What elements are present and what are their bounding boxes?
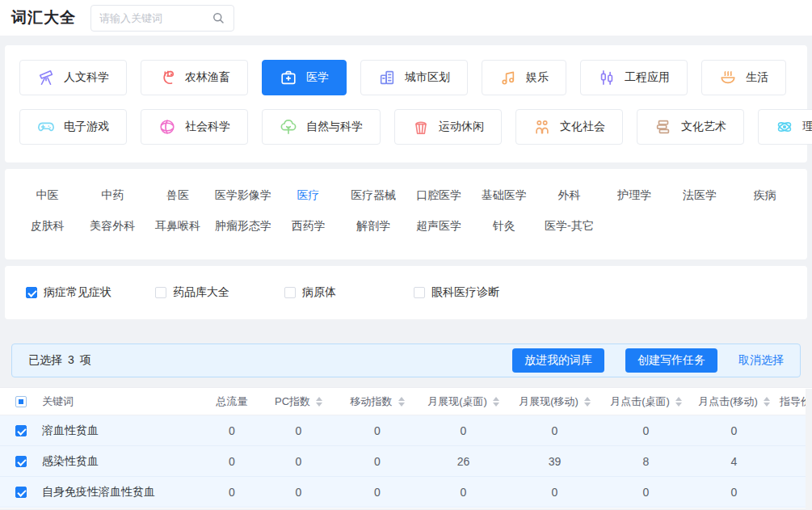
value-cell: 0: [692, 424, 776, 437]
subcategory-link[interactable]: 西药学: [276, 211, 341, 242]
category-button[interactable]: 城市区划: [360, 60, 468, 95]
category-label: 工程应用: [625, 70, 670, 85]
value-cell: 0: [204, 486, 260, 499]
search-box[interactable]: [90, 5, 234, 32]
subcategory-link[interactable]: 基础医学: [471, 180, 536, 211]
category-label: 医学: [306, 70, 329, 85]
subcategory-link[interactable]: 皮肤科: [15, 211, 80, 242]
bowl-icon: [719, 69, 737, 86]
category-button[interactable]: 社会科学: [141, 109, 248, 145]
filter-label: 眼科医疗诊断: [431, 285, 499, 300]
column-header[interactable]: 月展现(移动): [509, 394, 600, 409]
category-label: 生活: [746, 70, 768, 85]
value-cell: 8: [600, 455, 692, 468]
top-bar: 词汇大全: [0, 0, 812, 36]
subcategory-link[interactable]: 医疗: [276, 180, 341, 211]
subcategory-link[interactable]: 耳鼻喉科: [145, 211, 211, 242]
filter-checkbox[interactable]: [414, 287, 425, 298]
subcategory-link[interactable]: 口腔医学: [406, 180, 472, 211]
filter-checkbox[interactable]: [155, 287, 166, 298]
category-button[interactable]: 文化艺术: [637, 109, 744, 145]
sort-caret-icon[interactable]: [398, 397, 405, 407]
subcategory-link[interactable]: 外科: [536, 180, 602, 211]
category-label: 自然与科学: [306, 120, 363, 134]
page-title: 词汇大全: [11, 7, 76, 28]
category-button[interactable]: 生活: [701, 60, 786, 95]
category-button[interactable]: 运动休闲: [394, 109, 502, 145]
value-cell: 0: [509, 424, 600, 437]
value-cell: 0: [260, 455, 337, 468]
column-header: 总流量: [204, 394, 260, 409]
sort-caret-icon[interactable]: [675, 397, 682, 407]
filter-option[interactable]: 眼科医疗诊断: [414, 285, 543, 300]
subcategory-link[interactable]: 中药: [80, 180, 145, 211]
add-to-lexicon-button[interactable]: 放进我的词库: [512, 348, 604, 373]
filter-option[interactable]: 病原体: [284, 285, 414, 300]
subcategory-link[interactable]: 超声医学: [406, 211, 472, 242]
row-checkbox[interactable]: [15, 456, 27, 467]
filter-checkbox[interactable]: [26, 287, 37, 298]
subcategory-link[interactable]: 中医: [15, 180, 80, 211]
search-input[interactable]: [99, 12, 211, 24]
subcategory-link[interactable]: 医疗器械: [341, 180, 406, 211]
sort-caret-icon[interactable]: [584, 397, 591, 407]
category-label: 理工行业: [802, 120, 812, 134]
sort-caret-icon[interactable]: [493, 397, 499, 407]
category-button[interactable]: 理工行业: [758, 109, 812, 145]
filter-checkbox[interactable]: [284, 287, 296, 298]
category-button[interactable]: 人文科学: [19, 60, 127, 95]
filter-option[interactable]: 病症常见症状: [26, 285, 155, 300]
subcategory-link[interactable]: 疾病: [732, 180, 797, 211]
subcategory-link[interactable]: 肿瘤形态学: [210, 211, 276, 242]
subcategory-link[interactable]: 法医学: [667, 180, 733, 211]
filter-label: 病症常见症状: [44, 285, 111, 300]
column-header[interactable]: 移动指数: [337, 394, 418, 409]
scrollbar-track[interactable]: [806, 389, 812, 510]
subcategory-link[interactable]: 医学影像学: [210, 180, 276, 211]
category-label: 电子游戏: [64, 120, 109, 134]
value-cell: 0: [337, 486, 418, 499]
filter-panel: 病症常见症状药品库大全病原体眼科医疗诊断: [5, 266, 807, 319]
category-label: 农林渔畜: [185, 70, 230, 85]
category-label: 社会科学: [185, 120, 230, 134]
create-writing-task-button[interactable]: 创建写作任务: [625, 348, 717, 373]
subcategory-link[interactable]: 护理学: [602, 180, 667, 211]
category-label: 娱乐: [526, 70, 549, 85]
table-row: 感染性贫血000263984: [0, 446, 812, 477]
column-header[interactable]: 月展现(桌面): [418, 394, 509, 409]
subcategory-link[interactable]: 美容外科: [80, 211, 145, 242]
category-button[interactable]: 工程应用: [580, 60, 688, 95]
category-button[interactable]: 自然与科学: [262, 109, 381, 145]
category-button[interactable]: 医学: [262, 60, 347, 95]
category-label: 文化社会: [560, 120, 605, 134]
selection-bar: 已选择 3 项 放进我的词库 创建写作任务 取消选择: [11, 344, 801, 377]
medkit-icon: [280, 69, 297, 86]
category-button[interactable]: 电子游戏: [19, 109, 127, 145]
subcategory-link[interactable]: 针灸: [471, 211, 536, 242]
subcategory-link[interactable]: 解剖学: [341, 211, 406, 242]
row-checkbox[interactable]: [15, 425, 27, 436]
cancel-selection-link[interactable]: 取消选择: [738, 353, 784, 368]
column-header[interactable]: PC指数: [260, 394, 337, 409]
candlestick-icon: [598, 69, 616, 86]
sort-caret-icon[interactable]: [316, 397, 322, 407]
atom-icon: [776, 118, 793, 136]
select-all-checkbox[interactable]: [15, 396, 27, 407]
subcategory-link[interactable]: 兽医: [145, 180, 211, 211]
category-button[interactable]: 娱乐: [482, 60, 566, 95]
subcategory-link[interactable]: 医学-其它: [536, 211, 602, 242]
selected-count: 3: [68, 353, 74, 368]
column-header[interactable]: 月点击(桌面): [600, 394, 692, 409]
row-checkbox[interactable]: [15, 487, 27, 498]
category-button[interactable]: 农林渔畜: [141, 60, 248, 95]
sort-caret-icon[interactable]: [764, 397, 770, 407]
filter-option[interactable]: 药品库大全: [155, 285, 284, 300]
keyword-cell: 溶血性贫血: [42, 424, 204, 438]
column-header[interactable]: 月点击(移动): [692, 394, 776, 409]
category-button[interactable]: 文化社会: [515, 109, 623, 145]
category-label: 人文科学: [64, 70, 109, 85]
search-icon[interactable]: [211, 11, 225, 25]
category-label: 城市区划: [405, 70, 450, 85]
table-row: 溶血性贫血0000000: [0, 415, 812, 446]
category-row-1: 人文科学农林渔畜医学城市区划娱乐工程应用生活: [19, 60, 793, 95]
